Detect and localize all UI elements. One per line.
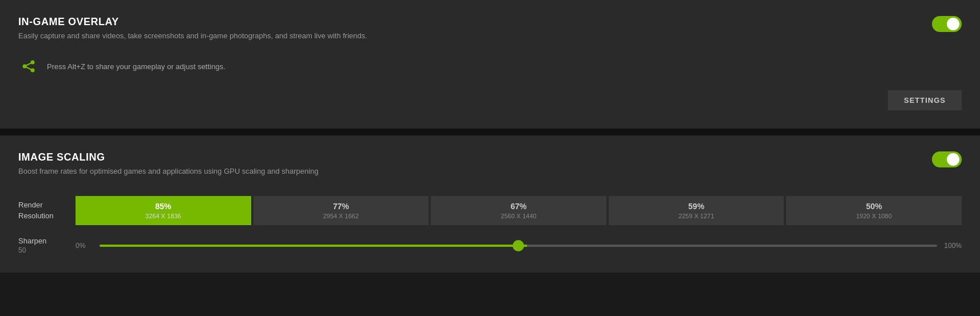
scaling-toggle-thumb <box>947 153 959 166</box>
section-divider <box>0 129 980 135</box>
resolution-dims-2: 2560 X 1440 <box>501 213 536 219</box>
resolution-dims-0: 3264 X 1836 <box>145 213 181 219</box>
scaling-toggle[interactable] <box>932 151 962 167</box>
slider-min-label: 0% <box>76 242 93 250</box>
settings-button-row: SETTINGS <box>18 90 962 110</box>
scaling-title-group: IMAGE SCALING Boost frame rates for opti… <box>18 151 319 185</box>
resolution-option-85[interactable]: 85% 3264 X 1836 <box>76 196 251 225</box>
resolution-percent-0: 85% <box>155 202 171 211</box>
image-scaling-section: IMAGE SCALING Boost frame rates for opti… <box>0 135 980 273</box>
resolution-dims-3: 2259 X 1271 <box>679 213 714 219</box>
svg-line-3 <box>25 62 33 66</box>
overlay-description: Easily capture and share videos, take sc… <box>18 31 367 40</box>
resolution-option-59[interactable]: 59% 2259 X 1271 <box>609 196 784 225</box>
resolution-percent-1: 77% <box>333 202 349 211</box>
settings-button[interactable]: SETTINGS <box>888 90 962 110</box>
resolution-percent-4: 50% <box>866 202 882 211</box>
sharpen-label: Sharpen <box>18 237 76 245</box>
overlay-title-group: IN-GAME OVERLAY Easily capture and share… <box>18 16 367 49</box>
scaling-description: Boost frame rates for optimised games an… <box>18 167 319 175</box>
resolution-grid: 85% 3264 X 1836 77% 2954 X 1662 67% 2560… <box>76 196 962 225</box>
slider-container: 0% 100% <box>76 240 962 251</box>
scaling-header: IMAGE SCALING Boost frame rates for opti… <box>18 151 962 185</box>
sharpen-value: 50 <box>18 246 76 254</box>
resolution-option-67[interactable]: 67% 2560 X 1440 <box>431 196 606 225</box>
overlay-toggle[interactable] <box>932 16 962 32</box>
overlay-toggle-thumb <box>947 18 959 30</box>
resolution-option-77[interactable]: 77% 2954 X 1662 <box>253 196 429 225</box>
resolution-percent-3: 59% <box>688 202 704 211</box>
resolution-percent-2: 67% <box>510 202 526 211</box>
resolution-option-50[interactable]: 50% 1920 X 1080 <box>786 196 962 225</box>
sharpen-slider[interactable] <box>100 245 937 247</box>
sharpen-row: Sharpen 50 0% 100% <box>18 237 962 254</box>
svg-line-4 <box>25 66 33 70</box>
render-resolution-label: RenderResolution <box>18 200 76 221</box>
overlay-header: IN-GAME OVERLAY Easily capture and share… <box>18 16 962 49</box>
share-svg <box>21 58 37 74</box>
overlay-title: IN-GAME OVERLAY <box>18 16 367 28</box>
render-resolution-row: RenderResolution 85% 3264 X 1836 77% 295… <box>18 196 962 225</box>
share-icon <box>18 56 39 77</box>
slider-max-label: 100% <box>944 242 962 250</box>
sharpen-label-group: Sharpen 50 <box>18 237 76 254</box>
share-hint-row: Press Alt+Z to share your gameplay or ad… <box>18 56 962 77</box>
resolution-dims-1: 2954 X 1662 <box>323 213 359 219</box>
resolution-dims-4: 1920 X 1080 <box>856 213 891 219</box>
slider-wrapper <box>100 240 937 251</box>
in-game-overlay-section: IN-GAME OVERLAY Easily capture and share… <box>0 0 980 129</box>
share-hint-text: Press Alt+Z to share your gameplay or ad… <box>47 62 225 71</box>
scaling-title: IMAGE SCALING <box>18 151 319 163</box>
